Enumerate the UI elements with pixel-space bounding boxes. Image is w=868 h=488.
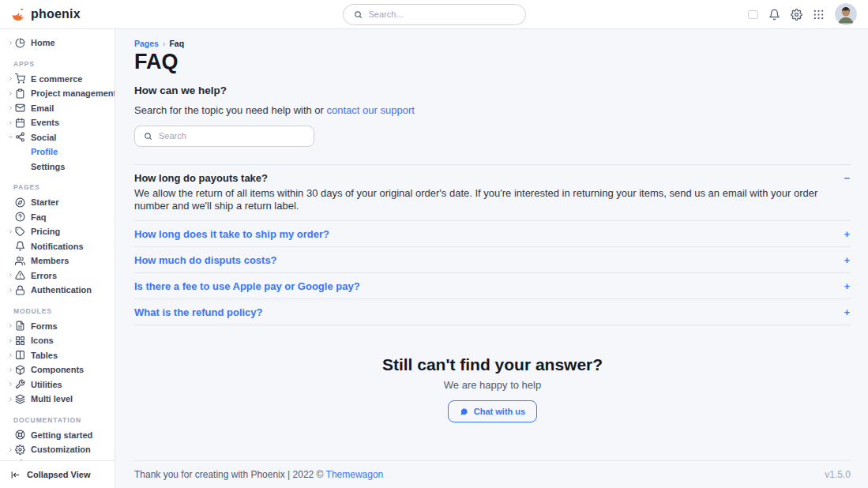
faq-question-row[interactable]: How much do disputs costs? + [134,254,851,266]
faq-question: Is there a fee to use Apple pay or Googl… [134,280,360,292]
sidebar-nav: Home APPS E commerce Project management … [0,29,115,460]
sidebar-item-members[interactable]: Members [0,253,115,268]
chevron-right-icon [6,91,14,96]
faq-question: How much do disputs costs? [134,254,277,266]
sidebar-section-apps: APPS [0,51,115,72]
sidebar-item-notifications[interactable]: Notifications [0,239,115,254]
sidebar-item-tables[interactable]: Tables [0,348,115,363]
sidebar-item-label: Customization [31,445,91,454]
brand-logo[interactable]: phoenix [10,6,81,22]
faq-question-row[interactable]: Is there a fee to use Apple pay or Googl… [134,280,851,292]
pie-chart-icon [15,38,25,48]
sidebar-item-utilities[interactable]: Utilities [0,377,115,392]
help-heading: How can we help? [134,84,851,96]
clipboard-icon [15,88,25,99]
sidebar-item-label: Email [31,103,54,113]
faq-question: What is the refund policy? [134,306,263,318]
faq-search[interactable] [134,126,314,147]
themewagon-link[interactable]: Themewagon [326,469,384,480]
contact-support-link[interactable]: contact our support [327,104,415,116]
sidebar-item-label: Utilities [31,380,62,389]
chevron-right-icon [6,287,14,293]
sidebar-item-label: Faq [31,212,47,222]
sidebar-item-starter[interactable]: Starter [0,195,115,210]
cta-subtitle: We are happy to help [134,379,851,391]
faq-item: How long do payouts take? − We allow the… [134,165,851,222]
footer-credit: Thank you for creating with Phoenix | 20… [134,469,383,480]
top-navbar: phoenix [0,0,868,29]
faq-question: How long does it take to ship my order? [134,228,329,240]
bell-icon [15,241,25,251]
sidebar-item-label: Forms [31,321,58,331]
chevron-right-icon [6,323,14,328]
columns-icon [15,350,25,360]
faq-search-input[interactable] [159,131,305,141]
chevron-right-icon [6,105,14,111]
sidebar-item-home[interactable]: Home [0,36,115,51]
plus-icon[interactable]: + [844,280,851,292]
bell-icon[interactable] [768,9,780,21]
sidebar-item-events[interactable]: Events [0,115,115,130]
sidebar-item-components[interactable]: Components [0,362,115,377]
faq-accordion: How long do payouts take? − We allow the… [134,164,851,326]
collapsed-view-label: Collapsed View [27,470,91,479]
plus-icon[interactable]: + [844,228,851,240]
search-icon [354,10,363,19]
minus-icon[interactable]: − [844,172,851,184]
faq-item: How much do disputs costs? + [134,247,851,273]
navbar-search-input[interactable] [369,9,515,19]
plus-icon[interactable]: + [844,306,851,318]
sidebar-item-project-management[interactable]: Project management [0,86,115,101]
plus-icon[interactable]: + [844,254,851,266]
sidebar-item-label: Components [31,365,84,374]
sidebar-item-profile[interactable]: Profile [0,145,115,160]
theme-toggle[interactable] [748,10,758,19]
sidebar-item-email[interactable]: Email [0,101,115,116]
breadcrumb: Pages › Faq [134,39,851,48]
apps-grid-icon[interactable] [813,9,825,21]
sidebar-item-multi-level[interactable]: Multi level [0,392,115,407]
chevron-right-icon [6,120,14,126]
grid-icon [15,336,25,346]
help-circle-icon [15,212,25,222]
chevron-right-icon [6,396,14,402]
sidebar-item-social[interactable]: Social [0,130,115,145]
cta-section: Still can't find your answer? We are hap… [134,355,851,422]
sidebar-item-e-commerce[interactable]: E commerce [0,72,115,87]
file-text-icon [15,321,25,331]
sidebar-item-forms[interactable]: Forms [0,319,115,334]
settings-icon [15,445,25,455]
sidebar-item-faq[interactable]: Faq [0,210,115,225]
sidebar-item-getting-started[interactable]: Getting started [0,428,115,443]
faq-item: How long does it take to ship my order? … [134,221,851,247]
navbar-actions [748,3,857,25]
faq-question-row[interactable]: How long do payouts take? − [134,172,851,184]
brand-name: phoenix [31,7,81,21]
breadcrumb-pages-link[interactable]: Pages [134,39,159,48]
faq-question-row[interactable]: What is the refund policy? + [134,306,851,318]
sidebar-item-settings[interactable]: Settings [0,160,115,175]
chevron-right-icon [6,367,14,373]
collapse-left-icon [10,470,21,480]
package-icon [15,365,25,375]
chat-with-us-button[interactable]: Chat with us [448,400,537,422]
user-avatar[interactable] [835,3,857,25]
layers-icon [15,394,25,404]
cta-title: Still can't find your answer? [134,355,851,374]
faq-answer: We allow the return of all items within … [134,187,851,213]
shopping-cart-icon [15,73,25,84]
chevron-right-icon [6,40,14,46]
sidebar-item-pricing[interactable]: Pricing [0,224,115,239]
faq-question-row[interactable]: How long does it take to ship my order? … [134,228,851,240]
sidebar-item-label: Home [31,38,55,47]
gear-icon[interactable] [791,9,802,21]
sidebar-item-customization[interactable]: Customization [0,442,115,457]
sidebar-item-errors[interactable]: Errors [0,268,115,283]
sidebar-item-icons[interactable]: Icons [0,333,115,348]
sidebar-section-pages: PAGES [0,174,115,195]
calendar-icon [15,118,25,128]
sidebar-item-authentication[interactable]: Authentication [0,283,115,298]
help-subtext: Search for the topic you need help with … [134,104,851,116]
collapsed-view-toggle[interactable]: Collapsed View [0,460,115,488]
navbar-search[interactable] [343,4,526,25]
